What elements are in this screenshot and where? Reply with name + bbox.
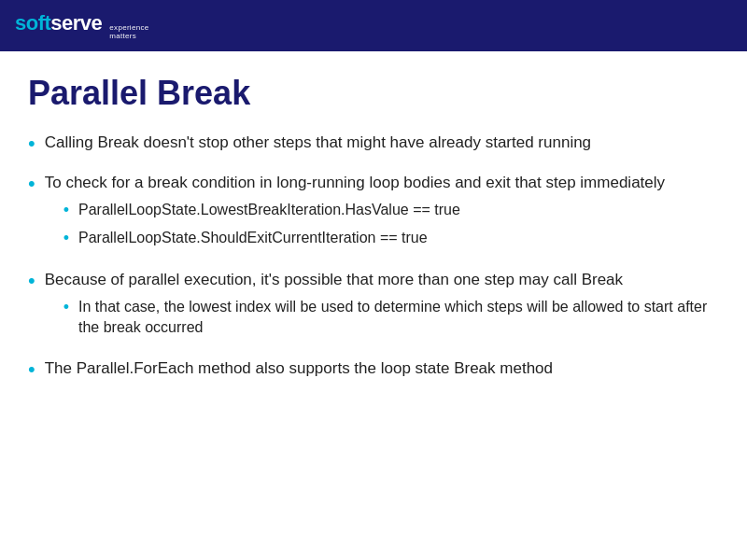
logo-serve: serve [50, 11, 102, 35]
logo: softserve experience matters [15, 11, 148, 41]
list-item: The Parallel.ForEach method also support… [28, 357, 719, 385]
sub-item-content: In that case, the lowest index will be u… [78, 297, 719, 339]
list-item-content: Because of parallel execution, it's poss… [45, 269, 719, 344]
list-item-text: The Parallel.ForEach method also support… [45, 359, 553, 377]
bullet-list: Calling Break doesn't stop other steps t… [28, 132, 719, 384]
logo-tagline: experience matters [109, 24, 148, 41]
sub-item-text: In that case, the lowest index will be u… [78, 299, 707, 335]
sub-item-content: ParallelLoopState.LowestBreakIteration.H… [78, 200, 719, 220]
sub-item-text: ParallelLoopState.LowestBreakIteration.H… [78, 202, 460, 217]
sub-item-content: ParallelLoopState.ShouldExitCurrentItera… [78, 228, 719, 248]
list-item: Because of parallel execution, it's poss… [28, 269, 719, 344]
page-title: Parallel Break [28, 74, 719, 113]
list-item-text: Because of parallel execution, it's poss… [45, 271, 623, 288]
sub-list-item: In that case, the lowest index will be u… [63, 297, 719, 339]
main-content: Parallel Break Calling Break doesn't sto… [0, 51, 747, 415]
tagline-line2: matters [109, 33, 148, 41]
header: softserve experience matters [0, 0, 747, 51]
sub-list: ParallelLoopState.LowestBreakIteration.H… [45, 200, 719, 250]
list-item: To check for a break condition in long-r… [28, 172, 719, 256]
sub-list-item: ParallelLoopState.LowestBreakIteration.H… [63, 200, 719, 222]
list-item-text: Calling Break doesn't stop other steps t… [45, 133, 591, 151]
list-item-content: To check for a break condition in long-r… [45, 172, 719, 256]
list-item-text: To check for a break condition in long-r… [45, 174, 665, 191]
list-item-content: The Parallel.ForEach method also support… [45, 357, 719, 380]
list-item-content: Calling Break doesn't stop other steps t… [45, 132, 719, 154]
logo-soft: soft [15, 11, 50, 35]
list-item: Calling Break doesn't stop other steps t… [28, 132, 719, 159]
sub-list-item: ParallelLoopState.ShouldExitCurrentItera… [63, 228, 719, 250]
sub-list: In that case, the lowest index will be u… [45, 297, 719, 339]
sub-item-text: ParallelLoopState.ShouldExitCurrentItera… [78, 230, 428, 245]
